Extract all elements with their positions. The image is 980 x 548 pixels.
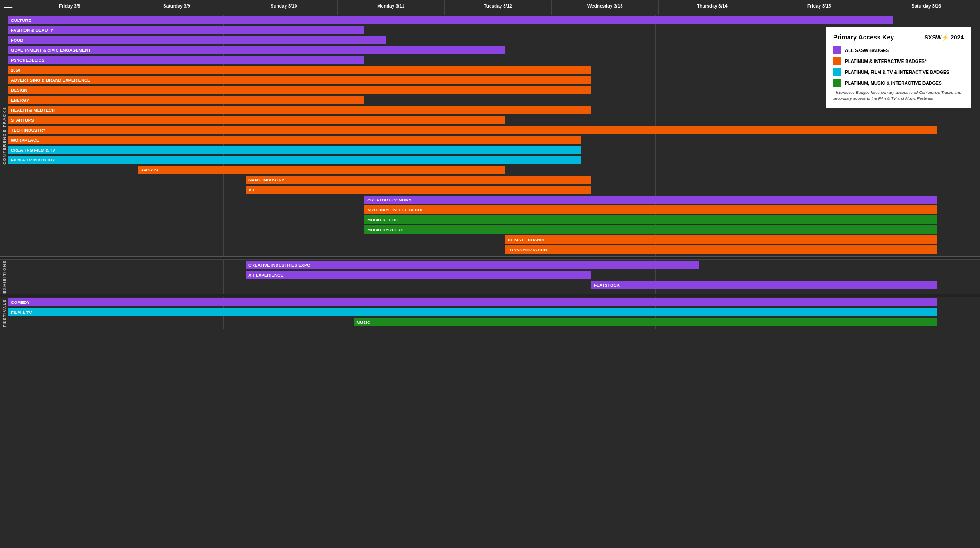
track-row[interactable]: MUSIC CAREERS [8, 225, 980, 235]
track-row[interactable]: MUSIC [8, 317, 980, 327]
day-col-8: Saturday 3/16 [873, 0, 980, 15]
track-row[interactable]: FILM & TV INDUSTRY [8, 155, 980, 165]
day-col-7: Friday 3/15 [766, 0, 873, 15]
track-row[interactable]: FILM & TV [8, 307, 980, 317]
day-col-4: Tuesday 3/12 [445, 0, 552, 15]
track-bar[interactable]: HEALTH & MEDTECH [8, 106, 591, 114]
track-row[interactable]: CLIMATE CHANGE [8, 235, 980, 245]
track-row[interactable]: XR EXPERIENCE [8, 270, 980, 280]
legend-item: PLATINUM, MUSIC & INTERACTIVE BADGES [833, 79, 964, 87]
day-col-5: Wednesday 3/13 [552, 0, 659, 15]
track-bar[interactable]: SPORTS [138, 166, 505, 174]
track-row[interactable]: TRANSPORTATION [8, 245, 980, 254]
track-row[interactable]: WORKPLACE [8, 135, 980, 145]
festivals-grid: COMEDYFILM & TVMUSIC [8, 297, 980, 329]
legend-item: PLATINUM & INTERACTIVE BADGES* [833, 57, 964, 65]
track-bar[interactable]: ARTIFICIAL INTELLIGENCE [364, 206, 937, 214]
day-col-3: Monday 3/11 [338, 0, 445, 15]
track-bar[interactable]: CREATING FILM & TV [8, 146, 581, 154]
festivals-separator [0, 294, 980, 297]
legend-item-label: PLATINUM, MUSIC & INTERACTIVE BADGES [845, 81, 942, 86]
track-bar[interactable]: TRANSPORTATION [505, 245, 937, 254]
back-button[interactable]: ⟵ [0, 0, 16, 15]
track-row[interactable]: CULTURE [8, 15, 980, 25]
track-row[interactable]: ARTIFICIAL INTELLIGENCE [8, 205, 980, 215]
track-bar[interactable]: MUSIC [354, 318, 936, 326]
track-row[interactable]: CREATIVE INDUSTRIES EXPO [8, 260, 980, 270]
track-bar[interactable]: STARTUPS [8, 116, 505, 124]
sxsw-logo: SXSW⚡ 2024 [924, 34, 964, 41]
legend-swatch [833, 79, 841, 87]
track-row[interactable]: TECH INDUSTRY [8, 125, 980, 135]
day-col-1: Saturday 3/9 [123, 0, 230, 15]
day-col-6: Thursday 3/14 [659, 0, 766, 15]
track-row[interactable]: COMEDY [8, 297, 980, 307]
track-bar[interactable]: PSYCHEDELICS [8, 56, 364, 64]
track-bar[interactable]: FOOD [8, 36, 386, 44]
festivals-section: FESTIVALS COMEDYFILM & TVMUSIC [0, 297, 980, 329]
track-row[interactable]: STARTUPS [8, 115, 980, 125]
track-bar[interactable]: FLATSTOCK [591, 281, 936, 289]
track-bar[interactable]: ADVERTISING & BRAND EXPERIENCE [8, 76, 591, 84]
legend-swatch [833, 46, 841, 54]
track-row[interactable]: CREATING FILM & TV [8, 145, 980, 155]
track-bar[interactable]: FILM & TV [8, 308, 937, 316]
track-bar[interactable]: XR [246, 186, 591, 194]
track-bar[interactable]: TECH INDUSTRY [8, 126, 937, 134]
track-bar[interactable]: COMEDY [8, 298, 937, 306]
legend-item: ALL SXSW BADGES [833, 46, 964, 54]
day-col-2: Sunday 3/10 [230, 0, 337, 15]
track-row[interactable]: SPORTS [8, 165, 980, 175]
track-row[interactable]: MUSIC & TECH [8, 215, 980, 225]
track-bar[interactable]: DESIGN [8, 86, 591, 94]
exhibitions-section: EXHIBITIONS CREATIVE INDUSTRIES EXPOXR E… [0, 260, 980, 294]
legend-box: Primary Access Key SXSW⚡ 2024 ALL SXSW B… [826, 27, 971, 108]
track-row[interactable]: GAME INDUSTRY [8, 175, 980, 185]
exhibitions-grid: CREATIVE INDUSTRIES EXPOXR EXPERIENCEFLA… [8, 260, 980, 294]
legend-item-label: PLATINUM & INTERACTIVE BADGES* [845, 59, 927, 64]
track-bar[interactable]: FASHION & BEAUTY [8, 26, 364, 34]
legend-title: Primary Access Key [833, 34, 894, 41]
track-bar[interactable]: GOVERNMENT & CIVIC ENGAGEMENT [8, 46, 505, 54]
back-arrow-icon: ⟵ [4, 4, 13, 11]
track-bar[interactable]: CLIMATE CHANGE [505, 235, 937, 244]
conference-tracks-label: CONFERENCE TRACKS [0, 15, 8, 256]
track-bar[interactable]: WORKPLACE [8, 136, 581, 144]
track-bar[interactable]: XR EXPERIENCE [246, 271, 591, 279]
legend-note: * Interactive Badges have primary access… [833, 90, 964, 101]
track-bar[interactable]: ENERGY [8, 96, 364, 104]
track-bar[interactable]: 2050 [8, 66, 591, 74]
exhibitions-separator [0, 256, 980, 260]
page-wrapper: ⟵ Friday 3/8 Saturday 3/9 Sunday 3/10 Mo… [0, 0, 980, 329]
track-bar[interactable]: MUSIC CAREERS [364, 225, 937, 234]
track-bar[interactable]: CULTURE [8, 16, 893, 24]
track-row[interactable]: XR [8, 185, 980, 195]
track-bar[interactable]: GAME INDUSTRY [246, 176, 591, 184]
track-bar[interactable]: CREATOR ECONOMY [364, 196, 937, 204]
legend-item-label: PLATINUM, FILM & TV & INTERACTIVE BADGES [845, 70, 949, 75]
track-row[interactable]: FLATSTOCK [8, 280, 980, 290]
festivals-label: FESTIVALS [0, 297, 8, 329]
exhibitions-label: EXHIBITIONS [0, 260, 8, 294]
legend-swatch [833, 68, 841, 76]
legend-swatch [833, 57, 841, 65]
track-row[interactable]: CREATOR ECONOMY [8, 195, 980, 205]
legend-item-label: ALL SXSW BADGES [845, 48, 889, 53]
track-bar[interactable]: FILM & TV INDUSTRY [8, 156, 581, 164]
header-row: ⟵ Friday 3/8 Saturday 3/9 Sunday 3/10 Mo… [0, 0, 980, 15]
track-bar[interactable]: MUSIC & TECH [364, 215, 937, 224]
legend-item: PLATINUM, FILM & TV & INTERACTIVE BADGES [833, 68, 964, 76]
track-bar[interactable]: CREATIVE INDUSTRIES EXPO [246, 261, 699, 269]
day-col-0: Friday 3/8 [16, 0, 123, 15]
